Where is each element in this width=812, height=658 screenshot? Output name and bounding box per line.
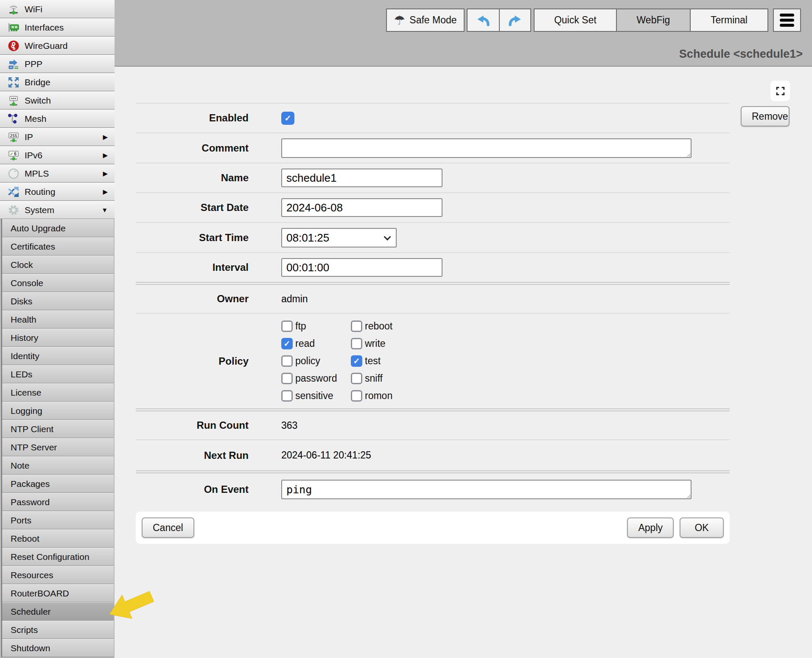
next-run-row: Next Run 2024-06-11 20:41:25	[136, 439, 730, 470]
redo-icon	[507, 12, 523, 28]
sidebar-item-ipv6[interactable]: ✓6 IPv6 ▶	[0, 146, 115, 164]
sidebar-item-system[interactable]: System ▼	[0, 201, 115, 219]
sidebar-subitem-health[interactable]: Health	[2, 310, 114, 329]
sidebar-item-label: PPP	[25, 59, 42, 69]
sidebar-subitem-ntp-client[interactable]: NTP Client	[2, 420, 114, 438]
remove-button[interactable]: Remove	[741, 106, 790, 127]
sidebar-item-mesh[interactable]: Mesh	[0, 110, 115, 128]
umbrella-icon: ☂	[394, 14, 405, 27]
enabled-row: Enabled ✓	[136, 103, 730, 132]
policy-checkbox-write[interactable]: ✓	[351, 338, 362, 349]
policy-option-reboot: ✓ reboot	[351, 321, 392, 332]
schedule-form: Enabled ✓ Comment Name Start Date Start …	[136, 103, 730, 505]
bridge-icon	[7, 76, 20, 89]
policy-option-label: sensitive	[295, 390, 333, 402]
policy-checkbox-policy[interactable]: ✓	[281, 355, 293, 367]
safe-mode-button[interactable]: ☂ Safe Mode	[386, 8, 465, 32]
sidebar-item-ip[interactable]: 255 IP ▶	[0, 128, 115, 146]
policy-checkbox-sensitive[interactable]: ✓	[281, 390, 293, 402]
interval-input[interactable]	[281, 258, 442, 277]
sidebar-subitem-auto-upgrade[interactable]: Auto Upgrade	[2, 219, 114, 237]
sidebar-item-wifi[interactable]: WiFi	[0, 0, 115, 18]
sidebar-subitem-packages[interactable]: Packages	[2, 475, 114, 493]
sidebar-subitem-label: NTP Server	[11, 442, 57, 453]
expand-arrow-icon: ▶	[103, 152, 108, 159]
policy-checkbox-romon[interactable]: ✓	[351, 390, 362, 402]
sidebar-subitem-certificates[interactable]: Certificates	[2, 237, 114, 256]
sidebar-subitem-disks[interactable]: Disks	[2, 292, 114, 310]
routing-icon	[7, 185, 20, 199]
sidebar-subitem-leds[interactable]: LEDs	[2, 365, 114, 383]
on-event-row: On Event ping	[136, 470, 730, 505]
hamburger-menu-button[interactable]	[773, 8, 801, 32]
sidebar-subitem-ntp-server[interactable]: NTP Server	[2, 438, 114, 456]
sidebar-subitem-routerboard[interactable]: RouterBOARD	[2, 584, 114, 602]
sidebar-item-interfaces[interactable]: Interfaces	[0, 18, 115, 37]
undo-button[interactable]	[468, 9, 499, 31]
ok-button[interactable]: OK	[680, 517, 724, 538]
policy-checkbox-ftp[interactable]: ✓	[281, 321, 293, 332]
owner-row: Owner admin	[136, 282, 730, 313]
policy-option-ftp: ✓ ftp	[281, 321, 351, 332]
sidebar-subitem-shutdown[interactable]: Shutdown	[2, 639, 114, 657]
sidebar-subitem-clock[interactable]: Clock	[2, 256, 114, 274]
view-tabs: Quick Set WebFig Terminal	[534, 8, 768, 32]
policy-checkbox-test[interactable]: ✓	[351, 355, 362, 367]
sidebar-item-mpls[interactable]: MPLS ▶	[0, 164, 115, 183]
on-event-input[interactable]: ping	[281, 480, 692, 499]
mpls-icon	[7, 167, 20, 180]
redo-button[interactable]	[499, 9, 530, 31]
sidebar-subitem-ports[interactable]: Ports	[2, 511, 114, 529]
ppp-icon	[7, 57, 20, 71]
start-date-input[interactable]	[281, 198, 442, 217]
cancel-button[interactable]: Cancel	[142, 517, 194, 538]
fullscreen-button[interactable]	[770, 81, 790, 101]
start-date-row: Start Date	[136, 192, 730, 222]
apply-button[interactable]: Apply	[627, 517, 674, 538]
sidebar-subitem-reboot[interactable]: Reboot	[2, 529, 114, 548]
enabled-checkbox[interactable]: ✓	[281, 112, 294, 125]
tab-terminal[interactable]: Terminal	[690, 9, 767, 31]
sidebar-item-label: WireGuard	[25, 41, 68, 51]
sidebar-subitem-scripts[interactable]: Scripts	[2, 621, 114, 639]
sidebar-subitem-label: Auto Upgrade	[11, 223, 66, 233]
policy-checkbox-read[interactable]: ✓	[281, 338, 293, 349]
expand-arrow-icon: ▶	[103, 170, 108, 177]
sidebar-subitem-password[interactable]: Password	[2, 493, 114, 511]
owner-value: admin	[281, 293, 308, 305]
policy-checkbox-reboot[interactable]: ✓	[351, 321, 362, 332]
sidebar-subitem-identity[interactable]: Identity	[2, 347, 114, 365]
policy-option-read: ✓ read	[281, 338, 351, 349]
sidebar-subitem-history[interactable]: History	[2, 329, 114, 347]
sidebar-subitem-label: NTP Client	[11, 424, 53, 434]
svg-text:6: 6	[14, 151, 17, 156]
tab-webfig[interactable]: WebFig	[616, 9, 690, 31]
sidebar-subitem-console[interactable]: Console	[2, 274, 114, 292]
policy-checkbox-password[interactable]: ✓	[281, 373, 293, 384]
sidebar-subitem-label: Disks	[11, 296, 32, 307]
sidebar-subitem-label: Note	[11, 461, 29, 471]
sidebar-item-ppp[interactable]: PPP	[0, 55, 115, 73]
sidebar-item-switch[interactable]: Switch	[0, 91, 115, 110]
sidebar-subitem-reset-configuration[interactable]: Reset Configuration	[2, 548, 114, 566]
name-label: Name	[136, 172, 249, 184]
sidebar-subitem-label: License	[11, 388, 41, 398]
policy-checkbox-sniff[interactable]: ✓	[351, 373, 362, 384]
comment-input[interactable]	[281, 138, 692, 158]
sidebar-item-wireguard[interactable]: WireGuard	[0, 37, 115, 55]
sidebar-subitem-note[interactable]: Note	[2, 456, 114, 475]
sidebar-subitem-resources[interactable]: Resources	[2, 566, 114, 584]
sidebar-item-bridge[interactable]: Bridge	[0, 73, 115, 91]
next-run-value: 2024-06-11 20:41:25	[281, 450, 371, 461]
tab-quick-set[interactable]: Quick Set	[535, 9, 616, 31]
policy-option-label: password	[295, 373, 337, 384]
sidebar-subitem-label: Health	[11, 315, 36, 325]
name-input[interactable]	[281, 169, 442, 187]
sidebar-item-routing[interactable]: Routing ▶	[0, 183, 115, 201]
comment-row: Comment	[136, 132, 730, 163]
sidebar-subitem-license[interactable]: License	[2, 383, 114, 402]
sidebar-subitem-logging[interactable]: Logging	[2, 402, 114, 420]
start-time-select[interactable]: 08:01:25	[281, 228, 397, 247]
sidebar-item-label: Bridge	[25, 77, 50, 87]
sidebar-subitem-scheduler[interactable]: Scheduler	[2, 602, 114, 621]
